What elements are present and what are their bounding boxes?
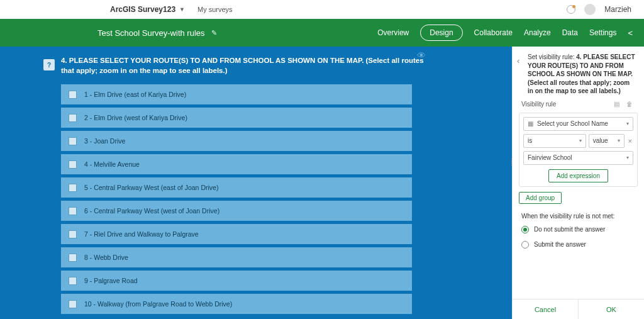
remove-expression-icon[interactable]: × [627, 137, 633, 145]
question-title: 4. PLEASE SELECT YOUR ROUTE(S) TO AND FR… [61, 55, 451, 84]
option-row[interactable]: 2 - Elm Drive (west of Kariya Drive) [61, 108, 412, 128]
option-label: 8 - Webb Drive [84, 254, 128, 261]
options-list: 1 - Elm Drive (east of Kariya Drive) 2 -… [61, 84, 412, 314]
field-select[interactable]: ▦ Select your School Name [523, 117, 633, 131]
option-row[interactable]: 6 - Central Parkway West (west of Joan D… [61, 201, 412, 221]
option-row[interactable]: 7 - Riel Drive and Walkway to Palgrave [61, 224, 412, 244]
option-row[interactable]: 10 - Walkway (from Palgrave Road to Webb… [61, 294, 412, 314]
checkbox-icon[interactable] [69, 160, 77, 169]
panel-header: ‹ Set visibility rule: 4. PLEASE SELECT … [513, 47, 644, 101]
radio-icon [521, 241, 529, 249]
operator-select[interactable]: is [523, 134, 586, 148]
value-text: Fairview School [528, 154, 572, 161]
checkbox-icon[interactable] [69, 277, 77, 285]
top-right: Marzieh [567, 4, 631, 15]
option-label: 9 - Palgrave Road [84, 277, 138, 284]
rule-section-label: Visibility rule ▤ 🗑 [513, 101, 644, 110]
operator-row: is value × [523, 134, 633, 148]
checkbox-icon[interactable] [69, 137, 77, 145]
avatar[interactable] [584, 4, 596, 15]
survey-title: Test School Survey-with rules [97, 28, 205, 38]
value-select[interactable]: Fairview School [523, 151, 633, 165]
option-row[interactable]: 5 - Central Parkway West (east of Joan D… [61, 177, 412, 198]
radio-do-not-submit[interactable]: Do not submit the answer [513, 222, 644, 237]
resize-handle[interactable]: ⋮⋮ [509, 160, 514, 165]
visibility-rule-panel: ⋮⋮ ‹ Set visibility rule: 4. PLEASE SELE… [512, 47, 644, 319]
checkbox-icon[interactable] [69, 114, 77, 122]
checkbox-icon[interactable] [69, 300, 77, 308]
option-row[interactable]: 4 - Melville Avenue [61, 154, 412, 174]
option-label: 1 - Elm Drive (east of Kariya Drive) [84, 91, 186, 98]
back-icon[interactable]: ‹ [517, 55, 519, 67]
ok-button[interactable]: OK [579, 299, 644, 319]
nav-overview[interactable]: Overview [377, 28, 409, 37]
nav-collaborate[interactable]: Collaborate [474, 28, 513, 37]
option-label: 7 - Riel Drive and Walkway to Palgrave [84, 230, 199, 238]
edit-title-icon[interactable]: ✎ [211, 29, 217, 37]
field-select-value: Select your School Name [537, 120, 608, 127]
option-row[interactable]: 3 - Joan Drive [61, 131, 412, 151]
value-type: value [593, 137, 608, 144]
survey-nav: Overview Design Collaborate Analyze Data… [377, 25, 633, 41]
panel-header-prefix: Set visibility rule: [528, 53, 576, 60]
question-type-badge: ? [43, 59, 55, 70]
operator-value: is [528, 137, 532, 144]
not-met-label: When the visibility rule is not met: [513, 204, 644, 222]
option-row[interactable]: 8 - Webb Drive [61, 247, 412, 267]
option-row[interactable]: 9 - Palgrave Road [61, 271, 412, 291]
radio-label: Submit the answer [534, 241, 586, 248]
checkbox-icon[interactable] [69, 254, 77, 262]
notifications-icon[interactable] [567, 5, 575, 14]
radio-icon [521, 226, 529, 233]
rule-action-icons[interactable]: ▤ 🗑 [614, 101, 635, 108]
my-surveys-link[interactable]: My surveys [197, 6, 233, 13]
radio-submit[interactable]: Submit the answer [513, 237, 644, 252]
nav-settings[interactable]: Settings [589, 28, 616, 37]
visibility-icon[interactable]: 👁 [417, 50, 426, 60]
option-row[interactable]: 1 - Elm Drive (east of Kariya Drive) [61, 84, 412, 104]
nav-analyze[interactable]: Analyze [524, 28, 551, 37]
survey-canvas: ? 👁 4. PLEASE SELECT YOUR ROUTE(S) TO AN… [0, 47, 512, 319]
nav-design[interactable]: Design [420, 25, 462, 41]
workspace: ? 👁 4. PLEASE SELECT YOUR ROUTE(S) TO AN… [0, 47, 644, 319]
top-bar: ArcGIS Survey123 ▼ My surveys Marzieh [0, 0, 644, 19]
share-icon[interactable]: < [628, 28, 633, 38]
option-label: 2 - Elm Drive (west of Kariya Drive) [84, 114, 187, 121]
option-label: 5 - Central Parkway West (east of Joan D… [84, 184, 218, 191]
add-expression-button[interactable]: Add expression [548, 169, 608, 182]
question-block[interactable]: ? 👁 4. PLEASE SELECT YOUR ROUTE(S) TO AN… [61, 55, 451, 319]
option-label: 3 - Joan Drive [84, 137, 125, 145]
checkbox-icon[interactable] [69, 230, 77, 238]
dropdown-caret-icon[interactable]: ▼ [179, 6, 185, 13]
cancel-button[interactable]: Cancel [513, 299, 579, 319]
survey-nav-bar: Test School Survey-with rules ✎ Overview… [0, 19, 644, 47]
checkbox-icon[interactable] [69, 184, 77, 192]
option-label: 4 - Melville Avenue [84, 160, 140, 168]
field-icon: ▦ [528, 120, 533, 127]
rule-expression-group: ▦ Select your School Name is value × Fai… [519, 113, 638, 187]
panel-footer: Cancel OK [513, 299, 644, 319]
option-label: 6 - Central Parkway West (west of Joan D… [84, 207, 219, 215]
option-label: 10 - Walkway (from Palgrave Road to Webb… [84, 300, 232, 308]
checkbox-icon[interactable] [69, 207, 77, 215]
value-type-select[interactable]: value [589, 134, 625, 148]
app-name[interactable]: ArcGIS Survey123 [110, 5, 175, 14]
user-name[interactable]: Marzieh [604, 5, 631, 14]
add-group-button[interactable]: Add group [519, 192, 562, 204]
checkbox-icon[interactable] [69, 91, 77, 99]
radio-label: Do not submit the answer [534, 226, 605, 233]
nav-data[interactable]: Data [562, 28, 578, 37]
